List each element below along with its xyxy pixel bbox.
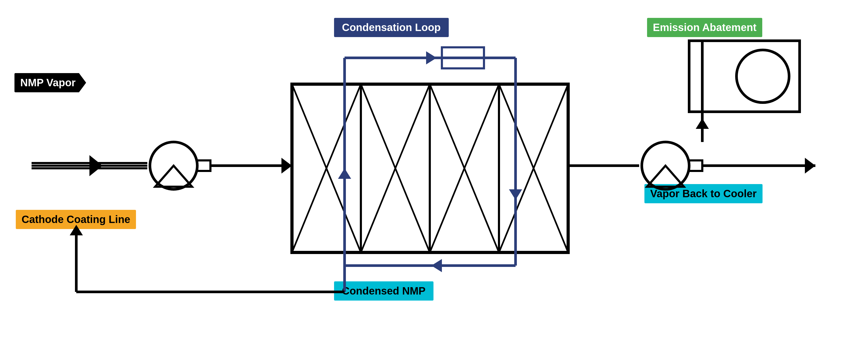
- svg-marker-35: [805, 158, 815, 173]
- svg-rect-6: [197, 160, 210, 171]
- process-diagram-svg: [0, 0, 868, 355]
- svg-marker-29: [431, 259, 442, 272]
- svg-rect-33: [689, 160, 702, 171]
- svg-rect-36: [689, 41, 800, 112]
- svg-marker-39: [696, 118, 709, 129]
- svg-marker-32: [647, 166, 684, 187]
- svg-marker-5: [155, 166, 192, 187]
- diagram-container: NMP Vapor Cathode Coating Line Condensat…: [0, 0, 868, 355]
- svg-point-37: [737, 50, 789, 102]
- svg-marker-44: [70, 225, 83, 235]
- svg-marker-27: [509, 189, 522, 200]
- svg-marker-25: [338, 168, 351, 179]
- svg-marker-22: [426, 51, 437, 64]
